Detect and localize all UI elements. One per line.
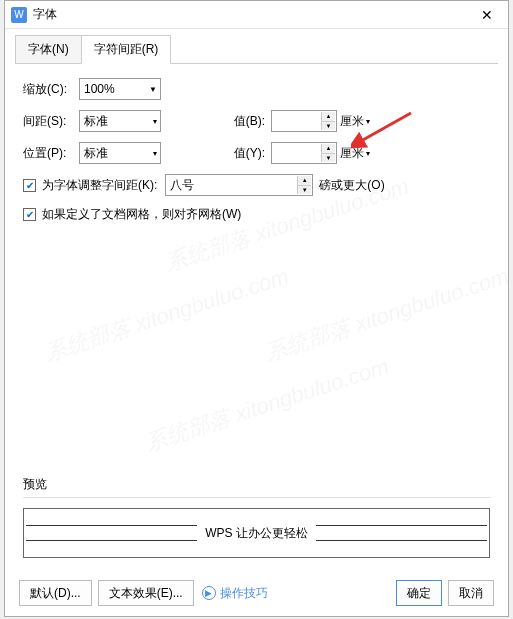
tab-font[interactable]: 字体(N)	[15, 35, 82, 64]
play-icon: ▶	[202, 586, 216, 600]
position-label: 位置(P):	[23, 145, 79, 162]
caret-down-icon: ▾	[366, 149, 370, 158]
titlebar: W 字体 ✕	[5, 1, 508, 29]
tips-label: 操作技巧	[220, 585, 268, 602]
tabs: 字体(N) 字符间距(R)	[5, 29, 508, 64]
grid-checkbox[interactable]: ✔	[23, 208, 36, 221]
position-value: 标准	[84, 145, 108, 162]
caret-down-icon: ▾	[153, 117, 157, 126]
preview-section: 预览 WPS 让办公更轻松	[23, 476, 490, 558]
kerning-checkbox[interactable]: ✔	[23, 179, 36, 192]
caret-down-icon: ▾	[153, 149, 157, 158]
default-button[interactable]: 默认(D)...	[19, 580, 92, 606]
position-combo[interactable]: 标准 ▾	[79, 142, 161, 164]
app-icon: W	[11, 7, 27, 23]
preview-text: WPS 让办公更轻松	[197, 525, 316, 542]
spinner-icon[interactable]: ▲▼	[297, 176, 311, 194]
spacing-val-label: 值(B):	[221, 113, 271, 130]
kerning-input[interactable]: 八号 ▲▼	[165, 174, 313, 196]
kerning-unit: 磅或更大(O)	[319, 177, 384, 194]
chevron-down-icon: ▼	[149, 85, 157, 94]
spacing-label: 间距(S):	[23, 113, 79, 130]
grid-label: 如果定义了文档网格，则对齐网格(W)	[42, 206, 241, 223]
preview-box: WPS 让办公更轻松	[23, 508, 490, 558]
position-val-input[interactable]: ▲▼	[271, 142, 337, 164]
text-effects-button[interactable]: 文本效果(E)...	[98, 580, 194, 606]
caret-down-icon: ▾	[366, 117, 370, 126]
spinner-icon[interactable]: ▲▼	[321, 112, 335, 130]
kerning-label: 为字体调整字间距(K):	[42, 177, 157, 194]
spacing-combo[interactable]: 标准 ▾	[79, 110, 161, 132]
footer: 默认(D)... 文本效果(E)... ▶ 操作技巧 确定 取消	[19, 580, 494, 606]
spinner-icon[interactable]: ▲▼	[321, 144, 335, 162]
content-area: 缩放(C): 100% ▼ 间距(S): 标准 ▾ 值(B): ▲▼ 厘米▾ 位…	[5, 64, 508, 241]
dialog-title: 字体	[33, 6, 472, 23]
tab-spacing[interactable]: 字符间距(R)	[81, 35, 172, 64]
spacing-val-input[interactable]: ▲▼	[271, 110, 337, 132]
scale-value: 100%	[84, 82, 115, 96]
scale-label: 缩放(C):	[23, 81, 79, 98]
spacing-value: 标准	[84, 113, 108, 130]
ok-button[interactable]: 确定	[396, 580, 442, 606]
cancel-button[interactable]: 取消	[448, 580, 494, 606]
tips-link[interactable]: ▶ 操作技巧	[202, 585, 268, 602]
close-button[interactable]: ✕	[472, 7, 502, 23]
kerning-value: 八号	[170, 177, 194, 194]
preview-label: 预览	[23, 476, 490, 493]
scale-combo[interactable]: 100% ▼	[79, 78, 161, 100]
position-val-label: 值(Y):	[221, 145, 271, 162]
font-dialog: W 字体 ✕ 字体(N) 字符间距(R) 缩放(C): 100% ▼ 间距(S)…	[4, 0, 509, 617]
position-unit[interactable]: 厘米▾	[340, 145, 370, 162]
spacing-unit[interactable]: 厘米▾	[340, 113, 370, 130]
